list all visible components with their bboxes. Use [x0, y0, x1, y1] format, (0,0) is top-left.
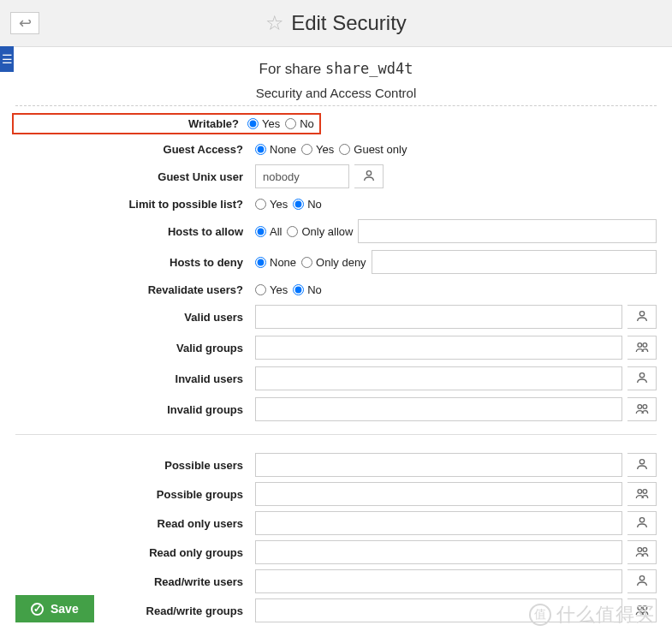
label-guest-unix-user: Guest Unix user	[15, 170, 255, 183]
svg-point-14	[638, 605, 642, 610]
input-readwrite-groups[interactable]	[255, 598, 622, 622]
row-possible-groups: Possible groups	[15, 481, 657, 507]
page-title: ☆ Edit Security	[265, 11, 407, 35]
label-hosts-allow: Hosts to allow	[15, 225, 255, 238]
svg-point-6	[643, 404, 647, 408]
svg-point-11	[638, 547, 642, 551]
group-icon	[635, 402, 649, 418]
svg-point-12	[643, 547, 647, 551]
svg-point-4	[639, 372, 644, 377]
user-icon	[635, 574, 649, 590]
row-possible-users: Possible users	[15, 452, 657, 478]
user-icon	[635, 515, 649, 532]
user-icon	[362, 169, 376, 185]
sidebar-toggle[interactable]: ☰	[0, 46, 14, 72]
label-readwrite-users: Read/write users	[15, 575, 255, 588]
picker-readwrite-users[interactable]	[627, 569, 657, 593]
title-text: Edit Security	[291, 11, 407, 35]
input-readwrite-users[interactable]	[255, 569, 622, 593]
radio-deny-only[interactable]: Only deny	[301, 256, 366, 269]
input-hosts-allow[interactable]	[358, 219, 657, 243]
input-valid-groups[interactable]	[255, 336, 622, 360]
svg-point-0	[366, 170, 371, 175]
input-guest-unix-user[interactable]	[255, 164, 349, 188]
radio-deny-none[interactable]: None	[255, 256, 296, 269]
svg-point-3	[643, 342, 647, 347]
row-readwrite-groups: Read/write groups	[15, 598, 657, 623]
svg-point-7	[639, 459, 644, 463]
row-hosts-deny: Hosts to deny None Only deny	[15, 249, 657, 275]
star-icon: ☆	[265, 11, 284, 35]
radio-limit-yes[interactable]: Yes	[255, 198, 288, 211]
label-limit-possible: Limit to possible list?	[15, 198, 255, 211]
check-circle-icon: ✓	[31, 603, 44, 616]
share-header: For share share_wd4t	[0, 60, 672, 78]
label-valid-groups: Valid groups	[15, 342, 255, 354]
label-guest-access: Guest Access?	[15, 143, 255, 156]
save-label: Save	[51, 602, 79, 616]
divider	[15, 434, 657, 435]
svg-point-8	[638, 489, 642, 493]
picker-valid-groups[interactable]	[627, 336, 657, 360]
radio-guest-only[interactable]: Guest only	[339, 143, 407, 156]
share-name: share_wd4t	[325, 60, 413, 77]
row-hosts-allow: Hosts to allow All Only allow	[15, 218, 657, 244]
security-form: Writable? Yes No Guest Access? None	[15, 113, 657, 623]
radio-allow-all[interactable]: All	[255, 225, 282, 238]
picker-readonly-users[interactable]	[627, 511, 657, 535]
input-valid-users[interactable]	[255, 305, 622, 329]
radio-allow-only[interactable]: Only allow	[287, 225, 353, 238]
row-invalid-groups: Invalid groups	[15, 396, 657, 422]
group-icon	[635, 340, 649, 356]
radio-limit-no[interactable]: No	[293, 198, 322, 211]
svg-point-15	[643, 605, 647, 610]
picker-readonly-groups[interactable]	[627, 540, 657, 564]
row-guest-access: Guest Access? None Yes Guest only	[15, 140, 657, 158]
row-invalid-users: Invalid users	[15, 366, 657, 391]
input-invalid-users[interactable]	[255, 366, 622, 390]
label-possible-groups: Possible groups	[15, 488, 255, 501]
picker-invalid-users[interactable]	[627, 366, 657, 390]
row-guest-unix-user: Guest Unix user	[15, 164, 657, 189]
input-invalid-groups[interactable]	[255, 397, 622, 421]
picker-possible-users[interactable]	[627, 453, 657, 477]
picker-valid-users[interactable]	[627, 305, 657, 329]
picker-possible-groups[interactable]	[627, 482, 657, 506]
svg-point-9	[643, 489, 647, 493]
label-readonly-groups: Read only groups	[15, 546, 255, 559]
svg-point-1	[639, 311, 644, 315]
picker-readwrite-groups[interactable]	[627, 598, 657, 622]
input-possible-users[interactable]	[255, 453, 622, 477]
arrow-left-icon: ↩	[19, 14, 32, 33]
input-possible-groups[interactable]	[255, 482, 622, 506]
row-valid-groups: Valid groups	[15, 335, 657, 360]
radio-guest-yes[interactable]: Yes	[301, 143, 334, 156]
row-writable: Writable? Yes No	[15, 113, 657, 134]
radio-writable-yes[interactable]: Yes	[247, 117, 280, 130]
row-revalidate: Revalidate users? Yes No	[15, 280, 657, 299]
content: For share share_wd4t Security and Access…	[0, 47, 672, 623]
input-readonly-groups[interactable]	[255, 540, 622, 564]
share-prefix: For share	[259, 61, 322, 77]
picker-invalid-groups[interactable]	[627, 397, 657, 421]
label-hosts-deny: Hosts to deny	[15, 256, 255, 269]
radio-reval-yes[interactable]: Yes	[255, 283, 288, 296]
label-possible-users: Possible users	[15, 459, 255, 472]
user-icon	[635, 371, 649, 387]
row-readonly-groups: Read only groups	[15, 539, 657, 565]
save-button[interactable]: ✓ Save	[15, 595, 94, 622]
picker-guest-unix-user[interactable]	[354, 164, 384, 188]
row-readonly-users: Read only users	[15, 510, 657, 536]
label-invalid-users: Invalid users	[15, 372, 255, 385]
input-hosts-deny[interactable]	[372, 250, 657, 274]
input-readonly-users[interactable]	[255, 511, 622, 535]
radio-writable-no[interactable]: No	[285, 117, 314, 130]
group-icon	[635, 545, 649, 561]
radio-guest-none[interactable]: None	[255, 143, 296, 156]
footer: ✓ Save	[15, 595, 94, 622]
svg-point-2	[638, 342, 642, 347]
menu-icon: ☰	[2, 52, 13, 66]
back-button[interactable]: ↩	[10, 12, 39, 34]
radio-reval-no[interactable]: No	[293, 283, 322, 296]
label-revalidate: Revalidate users?	[15, 283, 255, 296]
